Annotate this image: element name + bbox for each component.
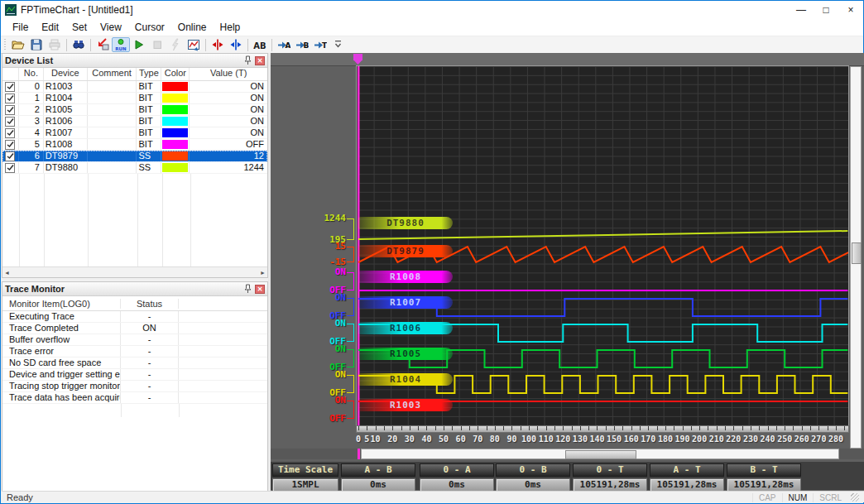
device-no: 2: [19, 104, 44, 115]
menu-edit[interactable]: Edit: [35, 22, 65, 33]
maximize-button[interactable]: □: [814, 1, 838, 19]
signal-label-R1003: R1003: [358, 399, 453, 411]
svg-text:B: B: [304, 41, 309, 50]
device-row-DT9880[interactable]: 7DT9880SS1244: [2, 162, 267, 174]
measurement-bar: Time Scale1SMPLA - B0ms0 - A0ms0 - B0ms0…: [271, 462, 864, 490]
monitor-item-status: ON: [121, 323, 179, 334]
device-checkbox[interactable]: [2, 151, 19, 161]
device-checkbox[interactable]: [2, 139, 19, 150]
device-checkbox[interactable]: [2, 93, 19, 103]
device-name: R1008: [44, 139, 88, 150]
trigger-button[interactable]: [166, 37, 185, 52]
device-checkbox[interactable]: [2, 81, 19, 92]
device-type: BIT: [137, 139, 161, 150]
svg-text:T: T: [322, 41, 327, 50]
col-status: Status: [121, 299, 179, 309]
scroll-left-icon[interactable]: ◄: [4, 270, 10, 276]
device-comment: [88, 139, 137, 150]
save-button[interactable]: [27, 37, 46, 52]
device-checkbox[interactable]: [2, 127, 19, 138]
measure-cell-a-b: A - B0ms: [341, 463, 415, 492]
hscroll-thumb[interactable]: [565, 450, 636, 459]
menu-cursor[interactable]: Cursor: [128, 22, 171, 33]
device-comment: [88, 127, 137, 138]
device-row-DT9879[interactable]: 6DT9879SS12: [2, 151, 267, 162]
signal-label-DT9879: DT9879: [358, 245, 453, 257]
chart-hscrollbar[interactable]: [271, 449, 864, 459]
toolbar-overflow-button[interactable]: [329, 37, 348, 52]
menu-view[interactable]: View: [94, 22, 128, 33]
resize-grip[interactable]: [851, 493, 859, 502]
chart-vscrollbar[interactable]: [850, 66, 862, 449]
menu-help[interactable]: Help: [214, 22, 247, 33]
print-button[interactable]: [46, 37, 64, 52]
device-row-R1006[interactable]: 3R1006BITON: [2, 116, 267, 127]
toolbar-separator: [205, 39, 206, 51]
vscroll-thumb[interactable]: [852, 242, 862, 264]
monitor-item-label: Buffer overflow: [2, 334, 121, 345]
color-swatch: [161, 127, 190, 138]
device-value: 12: [190, 151, 267, 161]
device-no: 6: [19, 151, 44, 161]
x-axis-labels: 0510203040506070809010011012013014015016…: [357, 434, 857, 445]
color-swatch: [161, 116, 190, 127]
minimize-button[interactable]: —: [789, 1, 814, 19]
y-scale-top-R1004: ON: [335, 369, 346, 380]
device-list-panel: Device List ✕ No. Device Comment Type Co…: [2, 53, 268, 278]
pin-icon[interactable]: [244, 284, 252, 294]
x-axis-ruler: [356, 425, 849, 433]
y-scale-bottom-R1003: OFF: [329, 413, 346, 424]
device-checkbox[interactable]: [2, 162, 19, 173]
menu-file[interactable]: File: [6, 22, 35, 33]
device-row-R1003[interactable]: 0R1003BITON: [2, 81, 267, 93]
cursor-ab-button[interactable]: AB: [251, 37, 269, 52]
device-list-hscrollbar[interactable]: ◄ ►: [2, 266, 267, 277]
device-value: ON: [190, 104, 267, 115]
device-row-R1008[interactable]: 5R1008BITOFF: [2, 139, 267, 151]
device-list-column-headers: No. Device Comment Type Color Value (T): [2, 68, 267, 81]
color-swatch: [161, 81, 190, 92]
cursor-b-button[interactable]: [227, 37, 245, 52]
close-button[interactable]: ×: [838, 1, 863, 19]
device-value: ON: [190, 127, 267, 138]
find-button[interactable]: [70, 37, 88, 52]
device-row-R1007[interactable]: 4R1007BITON: [2, 127, 267, 139]
start-trace-button[interactable]: [130, 37, 148, 52]
monitor-item-label: Trace Completed: [2, 323, 121, 334]
measure-label: B - T: [727, 463, 801, 477]
measure-label: 0 - A: [420, 463, 494, 477]
device-name: R1007: [44, 127, 88, 138]
jump-to-t-button[interactable]: T: [311, 37, 329, 52]
toolbar: RUNABABT: [1, 36, 863, 54]
stop-trace-button[interactable]: [148, 37, 166, 52]
pin-icon[interactable]: [244, 55, 252, 65]
jump-to-a-button[interactable]: A: [275, 37, 293, 52]
device-checkbox[interactable]: [2, 116, 19, 127]
device-list-close-icon[interactable]: ✕: [255, 56, 265, 65]
cursor-a-button[interactable]: [209, 37, 227, 52]
monitor-item-status: -: [121, 392, 179, 403]
trace-monitor-title: Trace Monitor: [5, 284, 65, 294]
download-to-plc-button[interactable]: [94, 37, 112, 52]
measure-label: Time Scale: [272, 463, 338, 477]
device-name: R1003: [44, 81, 88, 92]
trace-monitor-close-icon[interactable]: ✕: [255, 285, 265, 294]
scroll-right-icon[interactable]: ►: [260, 270, 266, 276]
device-row-R1004[interactable]: 1R1004BITON: [2, 93, 267, 104]
col-value: Value (T): [190, 68, 267, 80]
device-checkbox[interactable]: [2, 104, 19, 115]
hscroll-track[interactable]: [361, 449, 839, 459]
device-row-R1005[interactable]: 2R1005BITON: [2, 104, 267, 116]
read-chart-button[interactable]: [185, 37, 203, 52]
monitor-item-status: -: [121, 381, 179, 391]
menu-set[interactable]: Set: [65, 22, 94, 33]
title-bar: FPTimeChart - [Untitled1] — □ ×: [1, 1, 863, 19]
run-monitor-button[interactable]: RUN: [112, 37, 130, 52]
jump-to-b-button[interactable]: B: [293, 37, 311, 52]
menu-online[interactable]: Online: [171, 22, 214, 33]
y-scale-top-R1003: ON: [335, 395, 346, 406]
chart-plot-area[interactable]: DT9880DT9879R1008R1007R1006R1005R1004R10…: [356, 65, 849, 426]
open-button[interactable]: [9, 37, 27, 52]
device-list-header: Device List ✕: [2, 54, 267, 68]
monitor-item-status: -: [121, 358, 179, 368]
